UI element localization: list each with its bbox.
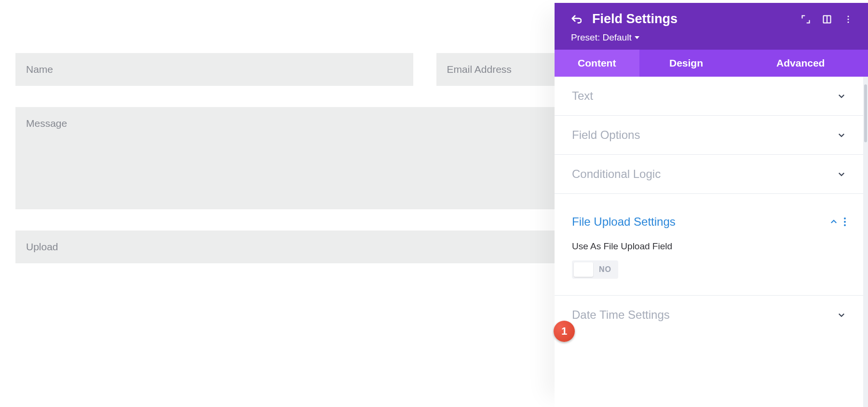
layout-columns-icon[interactable] bbox=[822, 14, 832, 25]
tab-content[interactable]: Content bbox=[555, 50, 639, 77]
section-more-icon[interactable] bbox=[844, 217, 846, 226]
use-as-file-upload-label: Use As File Upload Field bbox=[572, 241, 846, 252]
section-field-options: Field Options bbox=[555, 116, 863, 155]
section-file-upload-settings-title: File Upload Settings bbox=[572, 215, 829, 229]
toggle-value-label: NO bbox=[599, 265, 611, 274]
section-file-upload-settings: File Upload Settings Use As File Upload … bbox=[555, 194, 863, 296]
preset-label: Preset: Default bbox=[571, 32, 632, 43]
annotation-badge-1: 1 bbox=[554, 321, 575, 342]
section-text: Text bbox=[555, 77, 863, 116]
settings-panel: Field Settings Preset: Default Content D… bbox=[555, 3, 868, 407]
svg-point-4 bbox=[848, 21, 849, 23]
svg-point-3 bbox=[848, 18, 849, 20]
section-date-time-settings: Date Time Settings bbox=[555, 296, 863, 334]
tab-advanced[interactable]: Advanced bbox=[733, 50, 868, 77]
more-icon[interactable] bbox=[843, 14, 854, 25]
chevron-up-icon bbox=[829, 217, 838, 226]
file-upload-section-body: Use As File Upload Field NO bbox=[555, 241, 863, 295]
chevron-down-icon bbox=[837, 170, 846, 178]
section-conditional-logic-header[interactable]: Conditional Logic bbox=[555, 155, 863, 193]
panel-title: Field Settings bbox=[592, 12, 790, 27]
preset-dropdown[interactable]: Preset: Default bbox=[571, 32, 639, 43]
section-file-upload-settings-header[interactable]: File Upload Settings bbox=[555, 194, 863, 241]
name-field[interactable]: Name bbox=[15, 53, 413, 86]
section-date-time-settings-title: Date Time Settings bbox=[572, 308, 837, 322]
panel-scroll[interactable]: Text Field Options bbox=[555, 77, 863, 407]
panel-header: Field Settings Preset: Default bbox=[555, 3, 868, 50]
scrollbar-thumb[interactable] bbox=[864, 84, 867, 142]
scrollbar[interactable] bbox=[863, 77, 868, 407]
use-as-file-upload-toggle[interactable]: NO bbox=[572, 260, 618, 279]
chevron-down-icon bbox=[837, 92, 846, 100]
section-field-options-title: Field Options bbox=[572, 128, 837, 142]
back-icon[interactable] bbox=[571, 14, 582, 25]
section-text-header[interactable]: Text bbox=[555, 77, 863, 115]
section-conditional-logic-title: Conditional Logic bbox=[572, 167, 837, 181]
section-text-title: Text bbox=[572, 89, 837, 103]
section-field-options-header[interactable]: Field Options bbox=[555, 116, 863, 154]
chevron-down-icon bbox=[837, 311, 846, 319]
settings-tabs: Content Design Advanced bbox=[555, 50, 868, 77]
svg-point-2 bbox=[848, 15, 849, 17]
section-conditional-logic: Conditional Logic bbox=[555, 155, 863, 194]
chevron-down-icon bbox=[837, 131, 846, 139]
expand-icon[interactable] bbox=[800, 14, 811, 25]
section-date-time-settings-header[interactable]: Date Time Settings bbox=[555, 296, 863, 334]
toggle-knob bbox=[574, 262, 593, 277]
tab-design[interactable]: Design bbox=[639, 50, 733, 77]
caret-down-icon bbox=[635, 36, 639, 39]
